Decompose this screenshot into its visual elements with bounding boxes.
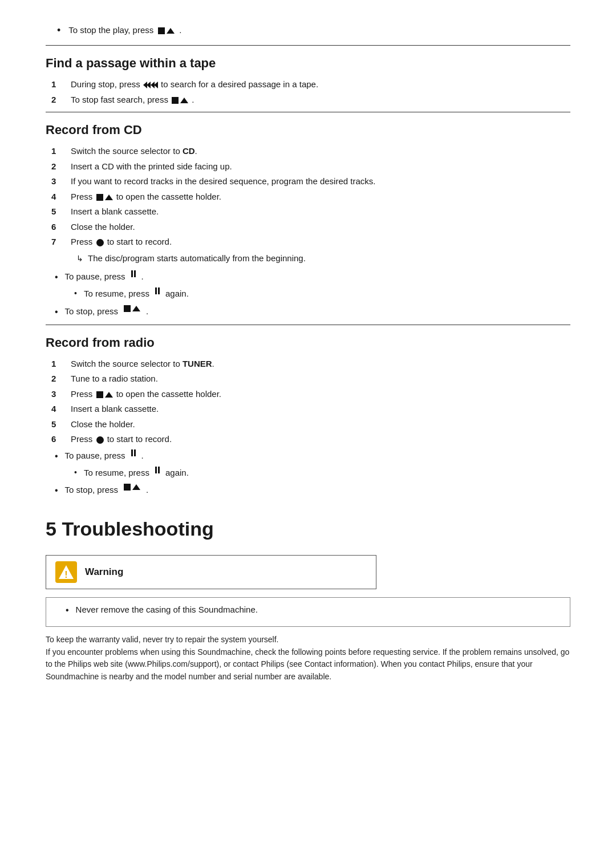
stop-icon <box>96 194 103 201</box>
eject-icon <box>105 195 113 200</box>
record-cd-title: Record from CD <box>46 120 570 139</box>
record-radio-title: Record from radio <box>46 333 570 352</box>
list-item: 7 Press to start to record. <box>46 236 570 249</box>
stop-bullet: To stop, press . <box>46 305 570 319</box>
stop-eject-icon4 <box>123 305 141 312</box>
list-item: 1 Switch the source selector to CD. <box>46 145 570 158</box>
record-radio-list: 1 Switch the source selector to TUNER. 2… <box>46 358 570 446</box>
radio-stop-bullet: To stop, press . <box>46 484 570 497</box>
svg-marker-1 <box>143 82 147 88</box>
list-item: 3 If you want to record tracks in the de… <box>46 175 570 188</box>
stop-play-bullet: To stop the play, press . <box>46 23 570 38</box>
warning-item: Never remove the casing of this Soundmac… <box>56 603 560 617</box>
rewind-ff-icon <box>143 81 158 89</box>
svg-text:!: ! <box>64 570 67 580</box>
pause-bullet: To pause, press . <box>46 270 570 284</box>
resume-bullet: To resume, press again. <box>74 287 570 301</box>
record-cd-section: Record from CD 1 Switch the source selec… <box>46 120 570 319</box>
stop-icon <box>124 484 131 491</box>
warning-icon: ! <box>55 561 77 583</box>
eject-icon <box>180 98 188 103</box>
list-item: 2 To stop fast search, press . <box>46 94 570 107</box>
stop-play-text: To stop the play, press <box>68 24 153 37</box>
warning-triangle-icon: ! <box>58 564 74 580</box>
record-radio-section: Record from radio 1 Switch the source se… <box>46 333 570 498</box>
divider-3 <box>46 325 570 325</box>
rewind-icon <box>143 81 158 89</box>
pause-icon <box>131 449 136 456</box>
footer-text: To keep the warranty valid, never try to… <box>46 634 570 683</box>
footer-line1: To keep the warranty valid, never try to… <box>46 634 570 646</box>
troubleshooting-title: 5 Troubleshooting <box>46 514 570 544</box>
find-passage-section: Find a passage within a tape 1 During st… <box>46 54 570 106</box>
list-item: 6 Close the holder. <box>46 221 570 234</box>
radio-resume-bullet: To resume, press again. <box>74 467 570 480</box>
eject-icon <box>132 306 140 311</box>
stop-icon <box>158 27 165 34</box>
eject-icon <box>105 392 113 398</box>
pause-icon <box>155 467 160 473</box>
list-item: 5 Insert a blank cassette. <box>46 205 570 218</box>
eject-icon <box>132 484 140 490</box>
stop-icon <box>124 305 131 312</box>
list-item: 3 Press to open the cassette holder. <box>46 388 570 401</box>
eject-icon <box>167 28 175 34</box>
radio-pause-bullet: To pause, press . <box>46 449 570 463</box>
stop-icon <box>172 97 179 104</box>
divider-2 <box>46 112 570 112</box>
divider-1 <box>46 45 570 46</box>
warning-label: Warning <box>85 565 123 580</box>
stop-eject-icon3 <box>96 194 114 201</box>
svg-marker-3 <box>151 82 155 88</box>
list-item: 2 Insert a CD with the printed side faci… <box>46 160 570 173</box>
troubleshooting-section: 5 Troubleshooting ! Warning Never remove… <box>46 514 570 683</box>
find-passage-list: 1 During stop, press to search for a des… <box>46 78 570 106</box>
footer-line2: If you encounter problems when using thi… <box>46 646 570 683</box>
stop-eject-icon6 <box>123 484 141 491</box>
list-item: 4 Insert a blank cassette. <box>46 403 570 416</box>
list-item: 4 Press to open the cassette holder. <box>46 191 570 204</box>
stop-eject-icon2 <box>171 97 189 104</box>
stop-eject-icon5 <box>96 391 114 398</box>
arrow-note: ↳ The disc/program starts automatically … <box>76 252 570 265</box>
warning-content-box: Never remove the casing of this Soundmac… <box>46 597 570 627</box>
pause-icon <box>131 270 136 277</box>
stop-icon <box>96 391 103 398</box>
record-icon <box>96 436 104 444</box>
list-item: 6 Press to start to record. <box>46 433 570 446</box>
list-item: 1 Switch the source selector to TUNER. <box>46 358 570 371</box>
warning-header-box: ! Warning <box>46 555 376 589</box>
record-cd-list: 1 Switch the source selector to CD. 2 In… <box>46 145 570 249</box>
list-item: 5 Close the holder. <box>46 418 570 431</box>
svg-marker-2 <box>154 82 158 88</box>
list-item: 1 During stop, press to search for a des… <box>46 78 570 91</box>
stop-eject-icon <box>157 27 175 34</box>
find-passage-title: Find a passage within a tape <box>46 54 570 72</box>
pause-icon <box>155 287 160 294</box>
record-icon <box>96 239 104 246</box>
svg-marker-0 <box>147 82 151 88</box>
list-item: 2 Tune to a radio station. <box>46 372 570 386</box>
